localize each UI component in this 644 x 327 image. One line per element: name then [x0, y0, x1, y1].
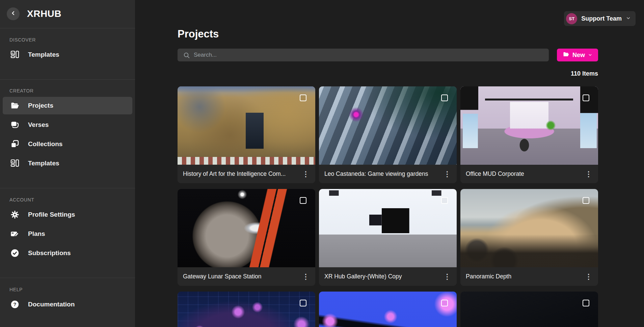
kebab-menu-icon[interactable]: ⋮ — [583, 271, 595, 283]
sidebar-header: XRHUB — [0, 0, 135, 28]
sidebar-item-projects[interactable]: Projects — [3, 97, 132, 114]
kebab-menu-icon[interactable]: ⋮ — [441, 271, 453, 283]
project-thumbnail[interactable] — [178, 292, 315, 327]
project-card[interactable]: Office MUD Corporate ⋮ — [460, 86, 598, 183]
section-label: HELP — [9, 287, 135, 292]
sidebar-item-verses[interactable]: Verses — [3, 116, 132, 134]
card-pencil-icon — [10, 229, 20, 239]
card-footer: History of Art for the Intelligence Com.… — [178, 165, 315, 183]
project-card[interactable]: Panoramic Depth ⋮ — [460, 189, 598, 286]
card-footer: Panoramic Depth ⋮ — [460, 267, 598, 286]
question-circle-icon: ? — [10, 299, 20, 309]
project-card[interactable]: ⋮ — [460, 292, 598, 327]
section-label: CREATOR — [9, 88, 135, 93]
project-thumbnail[interactable] — [460, 292, 598, 327]
sidebar-item-label: Templates — [28, 51, 59, 58]
app-title: XRHUB — [27, 8, 61, 19]
section-label: ACCOUNT — [9, 197, 135, 202]
sidebar: XRHUB DISCOVER Templates CREATOR — [0, 0, 135, 327]
svg-text:?: ? — [13, 301, 16, 307]
kebab-menu-icon[interactable]: ⋮ — [441, 168, 453, 180]
sidebar-section-help: HELP ? Documentation — [0, 278, 135, 327]
chevron-left-icon — [10, 10, 17, 18]
project-card[interactable]: XR Hub Gallery-(White) Copy ⋮ — [319, 189, 457, 286]
card-select-checkbox[interactable] — [441, 300, 448, 306]
card-select-checkbox[interactable] — [583, 197, 589, 204]
project-card[interactable]: Leo Castaneda: Game viewing gardens ⋮ — [319, 86, 457, 183]
card-footer: Leo Castaneda: Game viewing gardens ⋮ — [319, 165, 457, 183]
section-label: DISCOVER — [9, 37, 135, 43]
card-select-checkbox[interactable] — [300, 94, 306, 101]
sidebar-item-subscriptions[interactable]: Subscriptions — [3, 244, 132, 262]
sidebar-item-templates[interactable]: Templates — [3, 46, 132, 63]
templates-icon — [10, 50, 20, 60]
new-button[interactable]: New — [557, 49, 598, 61]
items-count: 110 Items — [178, 70, 598, 78]
card-title: XR Hub Gallery-(White) Copy — [324, 273, 402, 280]
sidebar-section-creator: CREATOR Projects Verses — [0, 79, 135, 188]
project-card[interactable]: ⋮ — [319, 292, 457, 327]
project-thumbnail[interactable] — [178, 189, 315, 267]
sidebar-item-label: Profile Settings — [28, 211, 75, 218]
folder-open-icon — [10, 101, 20, 111]
main-content: ST Support Team Projects New — [135, 0, 644, 327]
card-select-checkbox[interactable] — [300, 197, 306, 204]
projects-grid: History of Art for the Intelligence Com.… — [178, 86, 598, 327]
page-title: Projects — [178, 28, 598, 40]
check-circle-icon — [10, 248, 20, 258]
user-name: Support Team — [581, 15, 622, 22]
card-footer: XR Hub Gallery-(White) Copy ⋮ — [319, 267, 457, 286]
project-card[interactable]: ⋮ — [178, 292, 315, 327]
sidebar-item-profile-settings[interactable]: Profile Settings — [3, 206, 132, 223]
user-menu[interactable]: ST Support Team — [564, 11, 636, 26]
sidebar-section-account: ACCOUNT Profile Settings — [0, 188, 135, 278]
card-select-checkbox[interactable] — [583, 300, 589, 306]
card-footer: Gateway Lunar Space Station ⋮ — [178, 267, 315, 286]
search-input[interactable] — [178, 49, 549, 61]
card-title: Gateway Lunar Space Station — [183, 273, 262, 280]
folder-open-icon — [563, 51, 569, 59]
layers-icon — [10, 120, 20, 130]
project-thumbnail[interactable] — [319, 86, 457, 165]
kebab-menu-icon[interactable]: ⋮ — [583, 168, 595, 180]
card-select-checkbox[interactable] — [441, 94, 448, 101]
project-card[interactable]: History of Art for the Intelligence Com.… — [178, 86, 315, 183]
project-thumbnail[interactable] — [319, 189, 457, 267]
card-title: Panoramic Depth — [466, 273, 511, 280]
card-title: Office MUD Corporate — [466, 170, 524, 178]
sidebar-item-collections[interactable]: Collections — [3, 135, 132, 153]
project-thumbnail[interactable] — [178, 86, 315, 165]
card-title: History of Art for the Intelligence Com.… — [183, 170, 286, 178]
collections-icon — [10, 139, 20, 149]
search-icon — [183, 52, 190, 59]
project-thumbnail[interactable] — [460, 189, 598, 267]
card-footer: Office MUD Corporate ⋮ — [460, 165, 598, 183]
project-card[interactable]: Gateway Lunar Space Station ⋮ — [178, 189, 315, 286]
sidebar-item-label: Templates — [28, 160, 59, 167]
back-button[interactable] — [7, 7, 20, 20]
sidebar-item-label: Subscriptions — [28, 249, 71, 257]
project-thumbnail[interactable] — [319, 292, 457, 327]
card-title: Leo Castaneda: Game viewing gardens — [324, 170, 428, 178]
card-select-checkbox[interactable] — [300, 300, 306, 306]
chevron-down-icon — [588, 52, 592, 59]
gear-icon — [10, 210, 20, 220]
card-select-checkbox[interactable] — [441, 197, 448, 204]
sidebar-section-discover: DISCOVER Templates — [0, 28, 135, 79]
sidebar-item-label: Verses — [28, 121, 49, 129]
search-bar — [178, 49, 549, 61]
kebab-menu-icon[interactable]: ⋮ — [300, 271, 312, 283]
sidebar-item-label: Plans — [28, 230, 45, 238]
sidebar-item-label: Projects — [28, 102, 53, 109]
avatar: ST — [566, 13, 577, 24]
project-thumbnail[interactable] — [460, 86, 598, 165]
search-row: New — [178, 49, 598, 61]
card-select-checkbox[interactable] — [583, 94, 589, 101]
sidebar-item-label: Documentation — [28, 301, 75, 308]
kebab-menu-icon[interactable]: ⋮ — [300, 168, 312, 180]
sidebar-item-plans[interactable]: Plans — [3, 225, 132, 243]
sidebar-item-templates-creator[interactable]: Templates — [3, 155, 132, 172]
templates-icon — [10, 158, 20, 168]
chevron-down-icon — [626, 16, 631, 22]
sidebar-item-documentation[interactable]: ? Documentation — [3, 296, 132, 313]
